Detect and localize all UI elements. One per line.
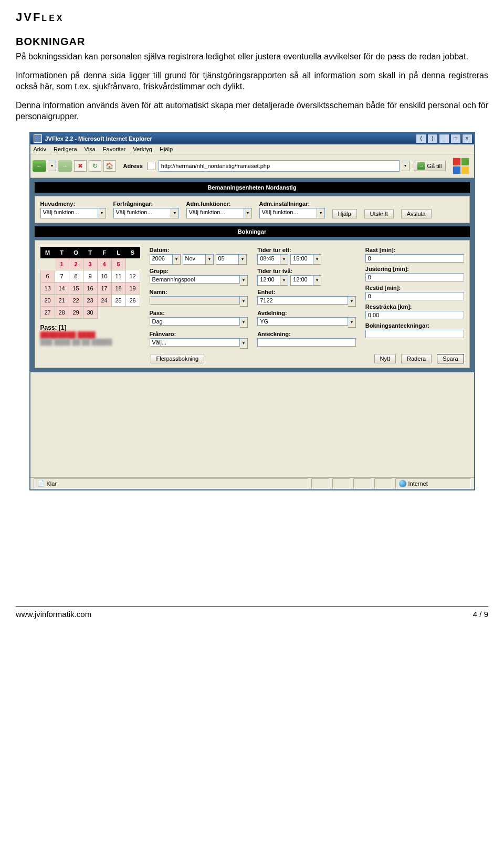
calendar-cell — [40, 258, 55, 270]
calendar-cell[interactable]: 28 — [55, 306, 69, 318]
calendar-cell[interactable]: 6 — [40, 270, 55, 282]
datum-day-select[interactable]: 05▾ — [216, 254, 247, 265]
forfragningar-label: Förfrågningar: — [113, 201, 179, 207]
calendar-day-header: O — [69, 247, 83, 258]
calendar-cell[interactable]: 27 — [40, 306, 55, 318]
anteckning-input[interactable] — [257, 338, 356, 347]
datum-label: Datum: — [150, 247, 248, 253]
calendar-cell[interactable]: 14 — [55, 282, 69, 294]
address-input[interactable]: http://herman/nhl_nordanstig/frameset.ph… — [159, 160, 400, 172]
calendar-cell[interactable]: 18 — [111, 282, 125, 294]
huvudmeny-select[interactable]: Välj funktion...▾ — [40, 208, 106, 218]
justering-label: Justering [min]: — [365, 266, 464, 272]
spara-button[interactable]: Spara — [437, 354, 464, 363]
booking-panel: MTOTFLS 12345678910111213141516171819202… — [35, 240, 470, 368]
calendar-cell — [125, 306, 140, 318]
pass-select[interactable]: Dag▾ — [150, 317, 248, 328]
arrow-left-icon[interactable]: ⟨ — [416, 134, 426, 143]
maximize-icon[interactable]: □ — [450, 134, 461, 143]
menu-visa[interactable]: Visa — [85, 146, 96, 152]
datum-year-select[interactable]: 2006▾ — [150, 254, 181, 265]
admfunk-select[interactable]: Välj funktion...▾ — [186, 208, 252, 218]
menu-hjalp[interactable]: Hjälp — [160, 146, 173, 152]
status-seg — [332, 478, 350, 489]
utskrift-button[interactable]: Utskrift — [364, 209, 394, 218]
calendar-cell[interactable]: 21 — [55, 294, 69, 306]
calendar-cell[interactable]: 25 — [111, 294, 125, 306]
calendar-cell[interactable]: 2 — [69, 258, 83, 270]
forward-button[interactable]: → — [58, 160, 72, 172]
calendar-cell[interactable]: 24 — [97, 294, 111, 306]
huvudmeny-label: Huvudmeny: — [40, 201, 106, 207]
calendar-cell[interactable]: 23 — [83, 294, 97, 306]
svg-rect-1 — [461, 158, 468, 165]
grupp-select[interactable]: Bemanningspool▾ — [150, 275, 248, 286]
avsluta-button[interactable]: Avsluta — [401, 209, 432, 218]
adminst-label: Adm.inställningar: — [259, 201, 325, 207]
tider2-from-select[interactable]: 12:00▾ — [257, 275, 288, 286]
hjalp-button[interactable]: Hjälp — [332, 209, 357, 218]
radera-button[interactable]: Radera — [401, 354, 432, 363]
page-icon — [147, 162, 155, 170]
calendar-cell[interactable]: 17 — [97, 282, 111, 294]
intro-paragraph-1: På bokningssidan kan personalen själva r… — [16, 51, 488, 62]
arrow-right-icon[interactable]: ⟩ — [427, 134, 438, 143]
footer-page: 4 / 9 — [473, 610, 488, 619]
calendar-cell[interactable]: 7 — [55, 270, 69, 282]
close-icon[interactable]: × — [462, 134, 472, 143]
calendar-cell[interactable]: 19 — [125, 282, 140, 294]
menu-favoriter[interactable]: Favoriter — [103, 146, 125, 152]
go-button[interactable]: →Gå till — [414, 161, 445, 171]
rast-label: Rast [min]: — [365, 247, 464, 253]
menu-verktyg[interactable]: Verktyg — [133, 146, 152, 152]
nytt-button[interactable]: Nytt — [374, 354, 396, 363]
justering-input[interactable]: 0 — [365, 273, 464, 281]
franvaro-label: Frånvaro: — [150, 331, 248, 337]
enhet-select[interactable]: 7122▾ — [257, 296, 356, 307]
bokningsanteckningar-input[interactable] — [365, 330, 464, 338]
calendar-cell[interactable]: 20 — [40, 294, 55, 306]
status-seg — [374, 478, 392, 489]
datum-month-select[interactable]: Nov▾ — [183, 254, 214, 265]
address-dropdown[interactable]: ▾ — [402, 161, 410, 171]
avdelning-select[interactable]: YG▾ — [257, 317, 356, 328]
calendar-cell[interactable]: 30 — [83, 306, 97, 318]
resstracka-input[interactable]: 0.00 — [365, 311, 464, 319]
menu-redigera[interactable]: Redigera — [54, 146, 77, 152]
namn-select[interactable]: ▾ — [150, 296, 248, 307]
calendar-cell[interactable]: 3 — [83, 258, 97, 270]
calendar-cell[interactable]: 26 — [125, 294, 140, 306]
tider1-label: Tider tur ett: — [257, 247, 356, 253]
calendar-cell[interactable]: 5 — [111, 258, 125, 270]
menu-arkiv[interactable]: Arkivdocument.currentScript.previousElem… — [34, 146, 46, 152]
calendar-cell[interactable]: 13 — [40, 282, 55, 294]
minimize-icon[interactable]: _ — [439, 134, 449, 143]
stop-icon[interactable]: ✖ — [74, 160, 87, 172]
home-icon[interactable]: 🏠 — [103, 160, 116, 172]
calendar-cell[interactable]: 11 — [111, 270, 125, 282]
tider2-to-select[interactable]: 12:00▾ — [290, 275, 321, 286]
svg-rect-0 — [453, 158, 460, 165]
calendar-cell — [97, 306, 111, 318]
calendar-cell[interactable]: 12 — [125, 270, 140, 282]
calendar-cell[interactable]: 16 — [83, 282, 97, 294]
calendar-cell[interactable]: 22 — [69, 294, 83, 306]
calendar-cell[interactable]: 15 — [69, 282, 83, 294]
tider1-to-select[interactable]: 15:00▾ — [290, 254, 321, 265]
restid-input[interactable]: 0 — [365, 292, 464, 300]
calendar-cell[interactable]: 10 — [97, 270, 111, 282]
calendar-cell[interactable]: 29 — [69, 306, 83, 318]
tider1-from-select[interactable]: 08:45▾ — [257, 254, 288, 265]
refresh-icon[interactable]: ↻ — [89, 160, 101, 172]
calendar-cell[interactable]: 4 — [97, 258, 111, 270]
rast-input[interactable]: 0 — [365, 254, 464, 263]
back-dropdown[interactable]: ▾ — [48, 161, 56, 171]
forfragningar-select[interactable]: Välj funktion...▾ — [113, 208, 179, 218]
calendar-cell[interactable]: 9 — [83, 270, 97, 282]
franvaro-select[interactable]: Välj...▾ — [150, 338, 248, 349]
calendar-cell[interactable]: 1 — [55, 258, 69, 270]
flerpassbokning-button[interactable]: Flerpassbokning — [151, 354, 205, 363]
adminst-select[interactable]: Välj funktion...▾ — [259, 208, 325, 218]
calendar-cell[interactable]: 8 — [69, 270, 83, 282]
back-button[interactable]: ← — [33, 160, 46, 172]
